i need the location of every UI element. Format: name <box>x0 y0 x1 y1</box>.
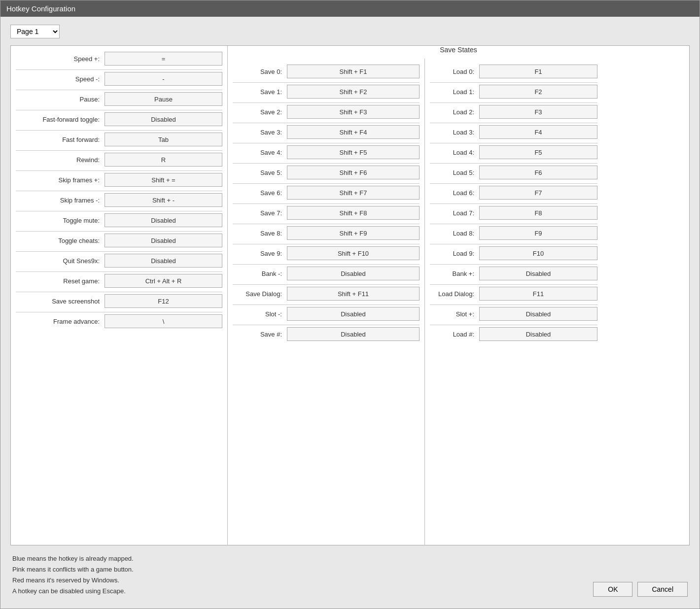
middle-row-2: Save 2:Shift + F3 <box>233 104 420 120</box>
right-label-7: Load 7: <box>430 209 479 217</box>
right-key-btn-7[interactable]: F8 <box>479 206 597 220</box>
left-row-6: Skip frames +:Shift + = <box>16 172 222 188</box>
content-area: Page 1 Page 2 Speed +:=Speed -:-Pause:Pa… <box>0 17 700 609</box>
left-label-3: Fast-forward toggle: <box>16 116 105 123</box>
middle-key-btn-8[interactable]: Shift + F9 <box>287 226 420 240</box>
middle-column: Save 0:Shift + F1Save 1:Shift + F2Save 2… <box>228 59 425 545</box>
middle-key-btn-2[interactable]: Shift + F3 <box>287 105 420 119</box>
left-key-btn-10[interactable]: Disabled <box>105 254 222 268</box>
middle-key-btn-6[interactable]: Shift + F7 <box>287 186 420 200</box>
middle-key-btn-1[interactable]: Shift + F2 <box>287 85 420 99</box>
middle-label-7: Save 7: <box>233 209 287 217</box>
right-key-btn-5[interactable]: F6 <box>479 166 597 179</box>
middle-label-8: Save 8: <box>233 230 287 237</box>
left-row-12: Save screenshotF12 <box>16 293 222 309</box>
right-row-0: Load 0:F1 <box>430 64 597 79</box>
right-label-6: Load 6: <box>430 189 479 197</box>
right-key-btn-1[interactable]: F2 <box>479 85 597 99</box>
legend-line3: Red means it's reserved by Windows. <box>12 575 583 586</box>
middle-label-6: Save 6: <box>233 189 287 197</box>
middle-key-btn-10[interactable]: Disabled <box>287 267 420 280</box>
middle-key-btn-3[interactable]: Shift + F4 <box>287 125 420 139</box>
left-row-7: Skip frames -:Shift + - <box>16 192 222 208</box>
middle-key-btn-9[interactable]: Shift + F10 <box>287 246 420 260</box>
middle-row-5: Save 5:Shift + F6 <box>233 165 420 180</box>
left-label-13: Frame advance: <box>16 318 105 325</box>
left-key-btn-12[interactable]: F12 <box>105 294 222 308</box>
left-key-btn-4[interactable]: Tab <box>105 133 222 146</box>
right-key-btn-13[interactable]: Disabled <box>479 327 597 341</box>
middle-label-4: Save 4: <box>233 149 287 156</box>
left-key-btn-3[interactable]: Disabled <box>105 112 222 126</box>
middle-key-btn-5[interactable]: Shift + F6 <box>287 166 420 179</box>
left-label-0: Speed +: <box>16 55 105 63</box>
middle-row-8: Save 8:Shift + F9 <box>233 225 420 241</box>
left-key-btn-7[interactable]: Shift + - <box>105 193 222 207</box>
left-column: Speed +:=Speed -:-Pause:PauseFast-forwar… <box>11 46 228 545</box>
right-row-7: Load 7:F8 <box>430 205 597 221</box>
middle-label-5: Save 5: <box>233 169 287 176</box>
left-row-1: Speed -:- <box>16 71 222 87</box>
right-row-1: Load 1:F2 <box>430 84 597 100</box>
right-key-btn-11[interactable]: F11 <box>479 287 597 301</box>
page-select-row: Page 1 Page 2 <box>10 25 690 38</box>
middle-key-btn-13[interactable]: Disabled <box>287 327 420 341</box>
right-label-8: Load 8: <box>430 230 479 237</box>
middle-key-btn-0[interactable]: Shift + F1 <box>287 65 420 78</box>
left-label-2: Pause: <box>16 96 105 103</box>
middle-row-11: Save Dialog:Shift + F11 <box>233 286 420 302</box>
left-key-btn-9[interactable]: Disabled <box>105 234 222 247</box>
page-select[interactable]: Page 1 Page 2 <box>10 25 60 38</box>
right-key-btn-3[interactable]: F4 <box>479 125 597 139</box>
right-row-4: Load 4:F5 <box>430 144 597 160</box>
middle-label-1: Save 1: <box>233 88 287 96</box>
right-key-btn-8[interactable]: F9 <box>479 226 597 240</box>
right-row-2: Load 2:F3 <box>430 104 597 120</box>
right-label-2: Load 2: <box>430 108 479 116</box>
left-key-btn-0[interactable]: = <box>105 52 222 66</box>
left-key-btn-5[interactable]: R <box>105 153 222 167</box>
left-row-5: Rewind:R <box>16 152 222 168</box>
right-key-btn-2[interactable]: F3 <box>479 105 597 119</box>
left-key-btn-11[interactable]: Ctrl + Alt + R <box>105 274 222 288</box>
right-row-12: Slot +:Disabled <box>430 306 597 322</box>
middle-label-13: Save #: <box>233 331 287 338</box>
middle-key-btn-7[interactable]: Shift + F8 <box>287 206 420 220</box>
middle-label-0: Save 0: <box>233 68 287 75</box>
legend-text: Blue means the hotkey is already mapped.… <box>12 553 583 597</box>
cancel-button[interactable]: Cancel <box>637 582 688 597</box>
right-key-btn-4[interactable]: F5 <box>479 145 597 159</box>
left-label-4: Fast forward: <box>16 136 105 143</box>
left-row-10: Quit Snes9x:Disabled <box>16 253 222 269</box>
left-key-btn-1[interactable]: - <box>105 72 222 86</box>
middle-row-4: Save 4:Shift + F5 <box>233 144 420 160</box>
middle-label-2: Save 2: <box>233 108 287 116</box>
middle-row-13: Save #:Disabled <box>233 326 420 342</box>
right-label-4: Load 4: <box>430 149 479 156</box>
middle-row-6: Save 6:Shift + F7 <box>233 185 420 201</box>
left-row-0: Speed +:= <box>16 51 222 67</box>
middle-rows-container: Save 0:Shift + F1Save 1:Shift + F2Save 2… <box>233 64 420 342</box>
left-key-btn-2[interactable]: Pause <box>105 92 222 106</box>
legend-line1: Blue means the hotkey is already mapped. <box>12 553 583 564</box>
left-key-btn-6[interactable]: Shift + = <box>105 173 222 187</box>
right-column: Load 0:F1Load 1:F2Load 2:F3Load 3:F4Load… <box>425 59 602 545</box>
save-states-section: Save States Save 0:Shift + F1Save 1:Shif… <box>228 46 689 545</box>
left-key-btn-13[interactable]: \ <box>105 314 222 328</box>
right-label-5: Load 5: <box>430 169 479 176</box>
right-key-btn-6[interactable]: F7 <box>479 186 597 200</box>
left-row-3: Fast-forward toggle:Disabled <box>16 111 222 127</box>
right-key-btn-0[interactable]: F1 <box>479 65 597 78</box>
right-key-btn-9[interactable]: F10 <box>479 246 597 260</box>
middle-key-btn-11[interactable]: Shift + F11 <box>287 287 420 301</box>
right-key-btn-12[interactable]: Disabled <box>479 307 597 321</box>
right-label-12: Slot +: <box>430 310 479 318</box>
middle-key-btn-12[interactable]: Disabled <box>287 307 420 321</box>
middle-key-btn-4[interactable]: Shift + F5 <box>287 145 420 159</box>
hotkey-configuration-window: Hotkey Configuration Page 1 Page 2 Speed… <box>0 0 700 609</box>
right-rows-container: Load 0:F1Load 1:F2Load 2:F3Load 3:F4Load… <box>430 64 597 342</box>
left-label-12: Save screenshot <box>16 298 105 305</box>
ok-button[interactable]: OK <box>593 582 632 597</box>
right-key-btn-10[interactable]: Disabled <box>479 267 597 280</box>
left-key-btn-8[interactable]: Disabled <box>105 213 222 227</box>
